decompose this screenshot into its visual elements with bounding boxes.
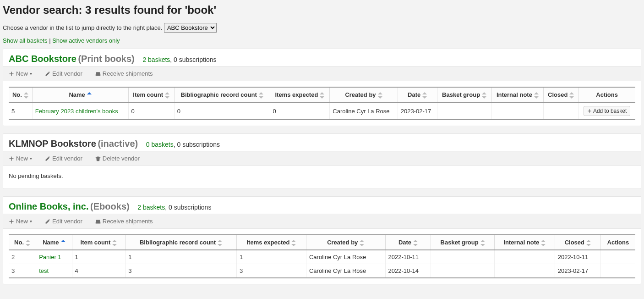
cell-bib-count: 0	[174, 102, 270, 120]
new-button[interactable]: New▾	[9, 155, 32, 162]
plus-icon	[9, 71, 14, 77]
cell-created-by: Caroline Cyr La Rose	[306, 250, 385, 264]
baskets-table-wrap: No. Name Item count Bibliographic record…	[3, 81, 641, 126]
col-bib-count[interactable]: Bibliographic record count	[126, 235, 237, 250]
col-no[interactable]: No.	[9, 87, 32, 102]
inbox-icon	[95, 219, 101, 224]
vendor-name-link[interactable]: ABC Bookstore	[9, 54, 76, 64]
col-date[interactable]: Date	[398, 87, 437, 102]
cell-internal-note	[494, 250, 555, 264]
col-no[interactable]: No.	[9, 235, 36, 250]
vendor-stats: 0 baskets, 0 subscriptions	[146, 141, 220, 148]
cell-no: 5	[9, 102, 32, 120]
col-name[interactable]: Name	[36, 235, 72, 250]
cell-closed: 2023-02-17	[555, 264, 600, 278]
receive-shipments-button[interactable]: Receive shipments	[95, 70, 153, 77]
cell-internal-note	[494, 264, 555, 278]
col-date[interactable]: Date	[385, 235, 431, 250]
cell-items-expected: 1	[236, 250, 306, 264]
vendor-baskets-link[interactable]: 2 baskets	[137, 204, 165, 211]
new-button[interactable]: New▾	[9, 70, 32, 77]
chevron-down-icon: ▾	[30, 156, 32, 161]
pencil-icon	[45, 156, 50, 161]
vendor-subs: , 0 subscriptions	[170, 56, 216, 63]
vendor-card: Online Books, inc. (Ebooks) 2 baskets, 0…	[3, 196, 641, 284]
col-internal-note[interactable]: Internal note	[491, 87, 544, 102]
cell-internal-note	[491, 102, 544, 120]
edit-vendor-button[interactable]: Edit vendor	[45, 218, 82, 225]
plus-icon	[9, 156, 14, 161]
cell-no: 3	[9, 264, 36, 278]
cell-item-count: 0	[128, 102, 174, 120]
cell-basket-group	[437, 102, 491, 120]
vendor-card: ABC Bookstore (Print books) 2 baskets, 0…	[3, 49, 641, 126]
basket-link[interactable]: February 2023 children's books	[35, 108, 118, 115]
col-basket-group[interactable]: Basket group	[437, 87, 491, 102]
pencil-icon	[45, 71, 50, 77]
col-items-expected[interactable]: Items expected	[270, 87, 330, 102]
edit-vendor-button[interactable]: Edit vendor	[45, 155, 82, 162]
baskets-table: No. Name Item count Bibliographic record…	[9, 234, 635, 278]
jump-row: Choose a vendor in the list to jump dire…	[3, 23, 641, 33]
vendor-header: KLMNOP Bookstore (inactive) 0 baskets, 0…	[3, 134, 641, 151]
vendor-name: KLMNOP Bookstore	[9, 138, 96, 149]
vendor-baskets-link[interactable]: 0 baskets	[146, 141, 174, 148]
baskets-table-wrap: No. Name Item count Bibliographic record…	[3, 229, 641, 284]
top-links: Show all baskets | Show active vendors o…	[3, 37, 641, 44]
vendor-subs: , 0 subscriptions	[174, 141, 220, 148]
vendor-name-link[interactable]: Online Books, inc.	[9, 201, 88, 211]
col-actions: Actions	[600, 235, 635, 250]
cell-created-by: Caroline Cyr La Rose	[330, 102, 398, 120]
no-pending-baskets: No pending baskets.	[3, 166, 641, 188]
cell-date: 2023-02-17	[398, 102, 437, 120]
col-created-by[interactable]: Created by	[306, 235, 385, 250]
vendor-alias: (inactive)	[98, 138, 138, 149]
basket-link[interactable]: Panier 1	[39, 254, 61, 260]
new-button[interactable]: New▾	[9, 218, 32, 225]
col-bib-count[interactable]: Bibliographic record count	[174, 87, 270, 102]
cell-bib-count: 1	[126, 250, 237, 264]
vendor-alias: (Ebooks)	[90, 201, 130, 211]
cell-bib-count: 3	[126, 264, 237, 278]
vendor-stats: 2 baskets, 0 subscriptions	[142, 56, 216, 63]
chevron-down-icon: ▾	[30, 219, 32, 224]
vendor-toolbar: New▾ Edit vendor Receive shipments	[3, 214, 641, 229]
add-to-basket-button[interactable]: Add to basket	[584, 106, 630, 116]
col-items-expected[interactable]: Items expected	[236, 235, 306, 250]
col-actions: Actions	[579, 87, 635, 102]
jump-label: Choose a vendor in the list to jump dire…	[3, 24, 162, 31]
cell-basket-group	[431, 250, 494, 264]
col-item-count[interactable]: Item count	[72, 235, 126, 250]
cell-date: 2022-10-14	[385, 264, 431, 278]
col-basket-group[interactable]: Basket group	[431, 235, 494, 250]
col-closed[interactable]: Closed	[555, 235, 600, 250]
col-internal-note[interactable]: Internal note	[494, 235, 555, 250]
vendor-header: Online Books, inc. (Ebooks) 2 baskets, 0…	[3, 197, 641, 214]
table-row: 3 test 4 3 3 Caroline Cyr La Rose 2022-1…	[9, 264, 635, 278]
edit-vendor-button[interactable]: Edit vendor	[45, 70, 82, 77]
cell-basket-group	[431, 264, 494, 278]
show-active-vendors-link[interactable]: Show active vendors only	[52, 37, 120, 44]
vendor-baskets-link[interactable]: 2 baskets	[142, 56, 170, 63]
col-item-count[interactable]: Item count	[128, 87, 174, 102]
col-created-by[interactable]: Created by	[330, 87, 398, 102]
vendor-jump-select[interactable]: ABC Bookstore	[164, 23, 217, 33]
cell-items-expected: 0	[270, 102, 330, 120]
cell-actions	[600, 264, 635, 278]
col-name[interactable]: Name	[32, 87, 128, 102]
vendor-card: KLMNOP Bookstore (inactive) 0 baskets, 0…	[3, 133, 641, 189]
cell-item-count: 4	[72, 264, 126, 278]
vendor-alias: (Print books)	[78, 54, 134, 64]
cell-items-expected: 3	[236, 264, 306, 278]
baskets-table: No. Name Item count Bibliographic record…	[9, 87, 635, 120]
plus-icon	[587, 109, 592, 113]
table-row: 5 February 2023 children's books 0 0 0 C…	[9, 102, 635, 120]
basket-link[interactable]: test	[39, 267, 49, 274]
table-row: 2 Panier 1 1 1 1 Caroline Cyr La Rose 20…	[9, 250, 635, 264]
vendor-subs: , 0 subscriptions	[165, 204, 211, 211]
receive-shipments-button[interactable]: Receive shipments	[95, 218, 153, 225]
col-closed[interactable]: Closed	[544, 87, 579, 102]
delete-vendor-button[interactable]: Delete vendor	[95, 155, 140, 162]
vendor-header: ABC Bookstore (Print books) 2 baskets, 0…	[3, 49, 641, 66]
show-all-baskets-link[interactable]: Show all baskets	[3, 37, 48, 44]
